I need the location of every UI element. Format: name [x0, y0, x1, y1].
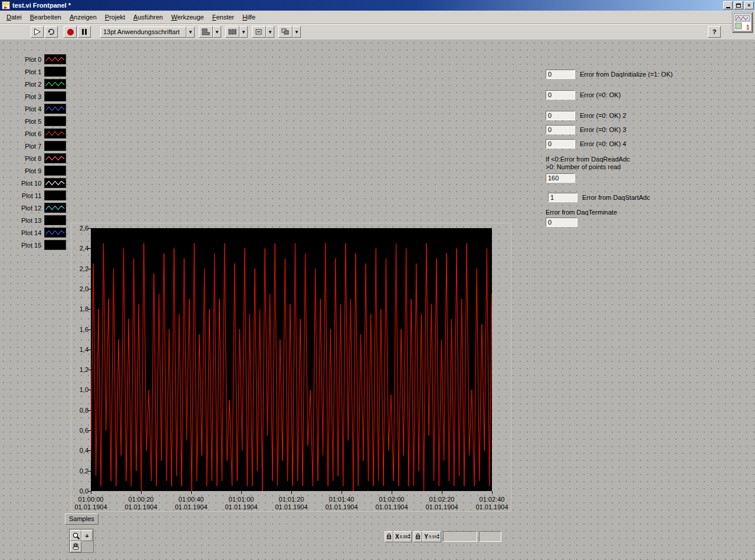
palette-spacer — [81, 541, 93, 552]
scale-legend-blank-2 — [479, 531, 501, 542]
pause-button[interactable] — [78, 26, 91, 38]
font-selector-dropdown-icon[interactable]: ▼ — [186, 27, 195, 38]
daq-terminate-label: Error from DaqTerminate — [546, 209, 617, 216]
legend-item[interactable]: Plot 1 — [14, 65, 66, 78]
y-scale-lock-icon — [415, 533, 421, 539]
legend-item-swatch[interactable] — [44, 54, 66, 64]
align-objects-icon — [199, 26, 213, 38]
error-4-label: Error (=0: OK) 4 — [580, 140, 626, 147]
reorder-icon — [278, 26, 293, 38]
legend-item-swatch[interactable] — [44, 67, 66, 77]
align-objects-dropdown[interactable]: ▼ — [199, 26, 221, 38]
error-3-label: Error (=0: OK) 3 — [580, 126, 626, 133]
font-selector[interactable]: 13pt Anwendungsschriftart ▼ — [100, 27, 195, 38]
legend-item[interactable]: Plot 5 — [14, 115, 66, 127]
error-3-value: 0 — [546, 125, 575, 134]
x-tick-mark — [191, 491, 192, 494]
titlebar[interactable]: test.vi Frontpanel * × — [0, 0, 755, 11]
menu-item-anzeigen[interactable]: Anzeigen — [65, 12, 101, 22]
abort-button[interactable] — [64, 26, 77, 38]
distribute-dropdown-arrow-icon[interactable]: ▼ — [239, 26, 248, 38]
daq-start-value: 1 — [548, 193, 577, 202]
legend-item-swatch[interactable] — [44, 228, 66, 238]
menu-item-datei[interactable]: Datei — [2, 12, 26, 22]
daq-read-label-line1: If <0:Error from DaqReadAdc — [546, 156, 630, 163]
x-tick-mark — [392, 491, 392, 494]
indicator-daq-terminate: Error from DaqTerminate 0 — [546, 209, 617, 227]
pan-button[interactable] — [70, 541, 81, 552]
x-tick-mark — [342, 491, 342, 494]
legend-item-swatch[interactable] — [44, 153, 66, 163]
legend-item[interactable]: Plot 7 — [14, 140, 66, 152]
x-scale-format-button[interactable]: X 8.88 ▴▾ — [393, 531, 412, 542]
y-scale-letter: Y — [424, 533, 428, 540]
indicator-daq-initialize: 0 Error from DaqInitialize (=1: OK) — [546, 70, 672, 79]
scale-legend-blank-1 — [443, 531, 477, 542]
menu-item-bearbeiten[interactable]: Bearbeiten — [26, 12, 65, 22]
legend-item-swatch[interactable] — [44, 178, 66, 188]
legend-item[interactable]: Plot 3 — [14, 90, 66, 103]
legend-item-swatch[interactable] — [44, 129, 66, 139]
x-scale-group: X 8.88 ▴▾ — [385, 531, 412, 542]
window-title: test.vi Frontpanel * — [12, 2, 71, 9]
legend-item[interactable]: Plot 13 — [14, 214, 66, 226]
legend-item-swatch[interactable] — [44, 215, 66, 225]
legend-item[interactable]: Plot 9 — [14, 164, 66, 177]
help-icon: ? — [713, 28, 717, 35]
legend-item[interactable]: Plot 0 — [14, 53, 66, 65]
menu-item-ausführen[interactable]: Ausführen — [129, 12, 167, 22]
legend-item-swatch[interactable] — [44, 240, 66, 250]
legend-item-swatch[interactable] — [44, 104, 66, 114]
legend-item[interactable]: Plot 10 — [14, 177, 66, 189]
close-icon: × — [747, 3, 750, 8]
legend-item[interactable]: Plot 8 — [14, 152, 66, 164]
legend-item[interactable]: Plot 4 — [14, 103, 66, 115]
legend-item[interactable]: Plot 15 — [14, 239, 66, 251]
legend-item-swatch[interactable] — [44, 166, 66, 176]
maximize-button[interactable] — [734, 1, 743, 9]
run-continuous-button[interactable] — [45, 26, 58, 38]
help-button[interactable]: ? — [708, 26, 721, 38]
legend-item[interactable]: Plot 2 — [14, 78, 66, 90]
legend-item-label: Plot 11 — [14, 192, 41, 199]
resize-objects-icon — [252, 26, 266, 38]
error-1-value: 0 — [546, 90, 575, 100]
zoom-mode-button[interactable]: + — [81, 530, 93, 541]
menu-item-fenster[interactable]: Fenster — [208, 12, 238, 22]
legend-item-swatch[interactable] — [44, 190, 66, 200]
legend-item-swatch[interactable] — [44, 203, 66, 213]
menu-item-werkzeuge[interactable]: Werkzeuge — [167, 12, 208, 22]
graph-palette: + — [69, 529, 94, 553]
run-button[interactable] — [31, 26, 44, 38]
minimize-button[interactable] — [723, 1, 733, 9]
reorder-dropdown[interactable]: ▼ — [278, 26, 301, 38]
legend-item[interactable]: Plot 14 — [14, 226, 66, 239]
y-scale-lock-button[interactable] — [413, 531, 422, 542]
distribute-objects-dropdown[interactable]: ▼ — [225, 26, 248, 38]
close-button[interactable]: × — [744, 1, 754, 9]
align-dropdown-arrow-icon[interactable]: ▼ — [213, 26, 221, 38]
vi-icon[interactable]: 1 — [733, 12, 753, 32]
y-scale-format-button[interactable]: Y 9.99 ▴▾ — [422, 531, 441, 542]
scale-legend: X 8.88 ▴▾ Y 9.99 ▴▾ — [385, 530, 501, 543]
x-scale-letter: X — [395, 533, 399, 540]
menu-item-projekt[interactable]: Projekt — [101, 12, 129, 22]
legend-item-swatch[interactable] — [44, 116, 66, 126]
legend-item[interactable]: Plot 11 — [14, 189, 66, 202]
legend-item[interactable]: Plot 6 — [14, 127, 66, 140]
samples-tab[interactable]: Samples — [65, 513, 99, 525]
y-scale-group: Y 9.99 ▴▾ — [413, 531, 441, 542]
indicator-error-2: 0 Error (=0: OK) 2 — [546, 111, 626, 120]
legend-item-swatch[interactable] — [44, 79, 66, 89]
legend-item-swatch[interactable] — [44, 91, 66, 101]
legend-item-swatch[interactable] — [44, 141, 66, 151]
resize-dropdown-arrow-icon[interactable]: ▼ — [266, 26, 274, 38]
x-scale-lock-button[interactable] — [385, 531, 393, 542]
legend-item-label: Plot 10 — [14, 180, 41, 187]
reorder-dropdown-arrow-icon[interactable]: ▼ — [293, 26, 301, 38]
menu-item-hilfe[interactable]: Hilfe — [238, 12, 260, 22]
zoom-button[interactable] — [70, 530, 81, 541]
indicator-daq-read: If <0:Error from DaqReadAdc >0: Number o… — [546, 156, 630, 183]
resize-objects-dropdown[interactable]: ▼ — [252, 26, 274, 38]
legend-item[interactable]: Plot 12 — [14, 202, 66, 214]
